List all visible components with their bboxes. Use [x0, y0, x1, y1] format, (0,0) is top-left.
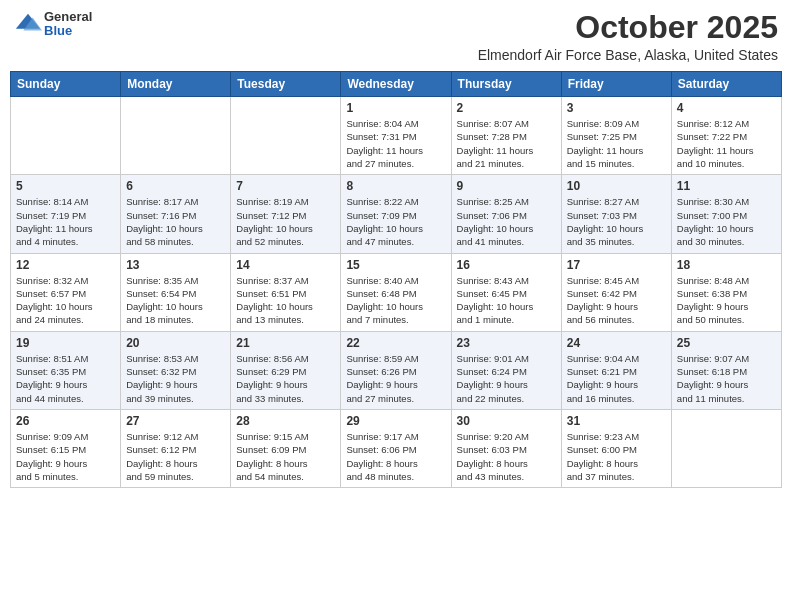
- calendar-cell: 21Sunrise: 8:56 AM Sunset: 6:29 PM Dayli…: [231, 331, 341, 409]
- calendar-cell: 5Sunrise: 8:14 AM Sunset: 7:19 PM Daylig…: [11, 175, 121, 253]
- logo-text: General Blue: [44, 10, 92, 39]
- day-number: 6: [126, 179, 225, 193]
- day-number: 30: [457, 414, 556, 428]
- calendar-cell: 3Sunrise: 8:09 AM Sunset: 7:25 PM Daylig…: [561, 97, 671, 175]
- day-info: Sunrise: 8:17 AM Sunset: 7:16 PM Dayligh…: [126, 195, 225, 248]
- calendar-cell: 30Sunrise: 9:20 AM Sunset: 6:03 PM Dayli…: [451, 409, 561, 487]
- day-number: 1: [346, 101, 445, 115]
- day-number: 17: [567, 258, 666, 272]
- day-info: Sunrise: 8:53 AM Sunset: 6:32 PM Dayligh…: [126, 352, 225, 405]
- day-number: 20: [126, 336, 225, 350]
- page-header: General Blue October 2025 Elmendorf Air …: [10, 10, 782, 63]
- calendar-cell: 19Sunrise: 8:51 AM Sunset: 6:35 PM Dayli…: [11, 331, 121, 409]
- day-info: Sunrise: 8:27 AM Sunset: 7:03 PM Dayligh…: [567, 195, 666, 248]
- calendar-cell: 27Sunrise: 9:12 AM Sunset: 6:12 PM Dayli…: [121, 409, 231, 487]
- day-number: 11: [677, 179, 776, 193]
- calendar-cell: 8Sunrise: 8:22 AM Sunset: 7:09 PM Daylig…: [341, 175, 451, 253]
- day-header-monday: Monday: [121, 72, 231, 97]
- calendar-table: SundayMondayTuesdayWednesdayThursdayFrid…: [10, 71, 782, 488]
- day-info: Sunrise: 8:45 AM Sunset: 6:42 PM Dayligh…: [567, 274, 666, 327]
- day-info: Sunrise: 8:22 AM Sunset: 7:09 PM Dayligh…: [346, 195, 445, 248]
- calendar-week-3: 12Sunrise: 8:32 AM Sunset: 6:57 PM Dayli…: [11, 253, 782, 331]
- calendar-week-5: 26Sunrise: 9:09 AM Sunset: 6:15 PM Dayli…: [11, 409, 782, 487]
- day-header-saturday: Saturday: [671, 72, 781, 97]
- day-info: Sunrise: 9:23 AM Sunset: 6:00 PM Dayligh…: [567, 430, 666, 483]
- day-number: 2: [457, 101, 556, 115]
- day-number: 9: [457, 179, 556, 193]
- calendar-cell: 4Sunrise: 8:12 AM Sunset: 7:22 PM Daylig…: [671, 97, 781, 175]
- day-info: Sunrise: 8:30 AM Sunset: 7:00 PM Dayligh…: [677, 195, 776, 248]
- day-info: Sunrise: 9:07 AM Sunset: 6:18 PM Dayligh…: [677, 352, 776, 405]
- calendar-cell: 2Sunrise: 8:07 AM Sunset: 7:28 PM Daylig…: [451, 97, 561, 175]
- calendar-cell: 17Sunrise: 8:45 AM Sunset: 6:42 PM Dayli…: [561, 253, 671, 331]
- day-header-sunday: Sunday: [11, 72, 121, 97]
- day-number: 15: [346, 258, 445, 272]
- logo-general-text: General: [44, 10, 92, 24]
- day-info: Sunrise: 9:15 AM Sunset: 6:09 PM Dayligh…: [236, 430, 335, 483]
- day-number: 14: [236, 258, 335, 272]
- day-number: 4: [677, 101, 776, 115]
- day-info: Sunrise: 8:37 AM Sunset: 6:51 PM Dayligh…: [236, 274, 335, 327]
- calendar-week-4: 19Sunrise: 8:51 AM Sunset: 6:35 PM Dayli…: [11, 331, 782, 409]
- day-number: 23: [457, 336, 556, 350]
- day-info: Sunrise: 8:25 AM Sunset: 7:06 PM Dayligh…: [457, 195, 556, 248]
- calendar-week-1: 1Sunrise: 8:04 AM Sunset: 7:31 PM Daylig…: [11, 97, 782, 175]
- day-info: Sunrise: 9:17 AM Sunset: 6:06 PM Dayligh…: [346, 430, 445, 483]
- logo: General Blue: [14, 10, 92, 39]
- day-number: 21: [236, 336, 335, 350]
- calendar-cell: 29Sunrise: 9:17 AM Sunset: 6:06 PM Dayli…: [341, 409, 451, 487]
- day-number: 19: [16, 336, 115, 350]
- calendar-cell: 12Sunrise: 8:32 AM Sunset: 6:57 PM Dayli…: [11, 253, 121, 331]
- calendar-subtitle: Elmendorf Air Force Base, Alaska, United…: [478, 47, 778, 63]
- calendar-cell: [231, 97, 341, 175]
- day-number: 22: [346, 336, 445, 350]
- day-number: 10: [567, 179, 666, 193]
- day-info: Sunrise: 8:56 AM Sunset: 6:29 PM Dayligh…: [236, 352, 335, 405]
- calendar-cell: 6Sunrise: 8:17 AM Sunset: 7:16 PM Daylig…: [121, 175, 231, 253]
- day-number: 13: [126, 258, 225, 272]
- calendar-cell: 7Sunrise: 8:19 AM Sunset: 7:12 PM Daylig…: [231, 175, 341, 253]
- day-info: Sunrise: 9:04 AM Sunset: 6:21 PM Dayligh…: [567, 352, 666, 405]
- day-number: 5: [16, 179, 115, 193]
- day-number: 18: [677, 258, 776, 272]
- calendar-cell: 24Sunrise: 9:04 AM Sunset: 6:21 PM Dayli…: [561, 331, 671, 409]
- day-info: Sunrise: 8:14 AM Sunset: 7:19 PM Dayligh…: [16, 195, 115, 248]
- day-info: Sunrise: 9:12 AM Sunset: 6:12 PM Dayligh…: [126, 430, 225, 483]
- day-header-friday: Friday: [561, 72, 671, 97]
- calendar-cell: 14Sunrise: 8:37 AM Sunset: 6:51 PM Dayli…: [231, 253, 341, 331]
- day-info: Sunrise: 8:51 AM Sunset: 6:35 PM Dayligh…: [16, 352, 115, 405]
- day-number: 28: [236, 414, 335, 428]
- day-number: 16: [457, 258, 556, 272]
- day-info: Sunrise: 8:32 AM Sunset: 6:57 PM Dayligh…: [16, 274, 115, 327]
- calendar-cell: 25Sunrise: 9:07 AM Sunset: 6:18 PM Dayli…: [671, 331, 781, 409]
- day-number: 31: [567, 414, 666, 428]
- day-header-tuesday: Tuesday: [231, 72, 341, 97]
- day-info: Sunrise: 8:09 AM Sunset: 7:25 PM Dayligh…: [567, 117, 666, 170]
- day-header-thursday: Thursday: [451, 72, 561, 97]
- day-number: 25: [677, 336, 776, 350]
- calendar-cell: 20Sunrise: 8:53 AM Sunset: 6:32 PM Dayli…: [121, 331, 231, 409]
- calendar-cell: 10Sunrise: 8:27 AM Sunset: 7:03 PM Dayli…: [561, 175, 671, 253]
- calendar-week-2: 5Sunrise: 8:14 AM Sunset: 7:19 PM Daylig…: [11, 175, 782, 253]
- calendar-cell: 1Sunrise: 8:04 AM Sunset: 7:31 PM Daylig…: [341, 97, 451, 175]
- calendar-cell: 28Sunrise: 9:15 AM Sunset: 6:09 PM Dayli…: [231, 409, 341, 487]
- calendar-cell: 18Sunrise: 8:48 AM Sunset: 6:38 PM Dayli…: [671, 253, 781, 331]
- calendar-cell: 31Sunrise: 9:23 AM Sunset: 6:00 PM Dayli…: [561, 409, 671, 487]
- day-info: Sunrise: 8:12 AM Sunset: 7:22 PM Dayligh…: [677, 117, 776, 170]
- day-info: Sunrise: 8:59 AM Sunset: 6:26 PM Dayligh…: [346, 352, 445, 405]
- day-info: Sunrise: 8:40 AM Sunset: 6:48 PM Dayligh…: [346, 274, 445, 327]
- day-info: Sunrise: 8:35 AM Sunset: 6:54 PM Dayligh…: [126, 274, 225, 327]
- day-info: Sunrise: 8:19 AM Sunset: 7:12 PM Dayligh…: [236, 195, 335, 248]
- calendar-cell: [121, 97, 231, 175]
- day-number: 7: [236, 179, 335, 193]
- day-number: 27: [126, 414, 225, 428]
- calendar-cell: [11, 97, 121, 175]
- day-number: 29: [346, 414, 445, 428]
- calendar-cell: 26Sunrise: 9:09 AM Sunset: 6:15 PM Dayli…: [11, 409, 121, 487]
- day-number: 12: [16, 258, 115, 272]
- logo-icon: [14, 10, 42, 38]
- calendar-cell: 22Sunrise: 8:59 AM Sunset: 6:26 PM Dayli…: [341, 331, 451, 409]
- day-number: 26: [16, 414, 115, 428]
- day-info: Sunrise: 8:04 AM Sunset: 7:31 PM Dayligh…: [346, 117, 445, 170]
- day-info: Sunrise: 9:20 AM Sunset: 6:03 PM Dayligh…: [457, 430, 556, 483]
